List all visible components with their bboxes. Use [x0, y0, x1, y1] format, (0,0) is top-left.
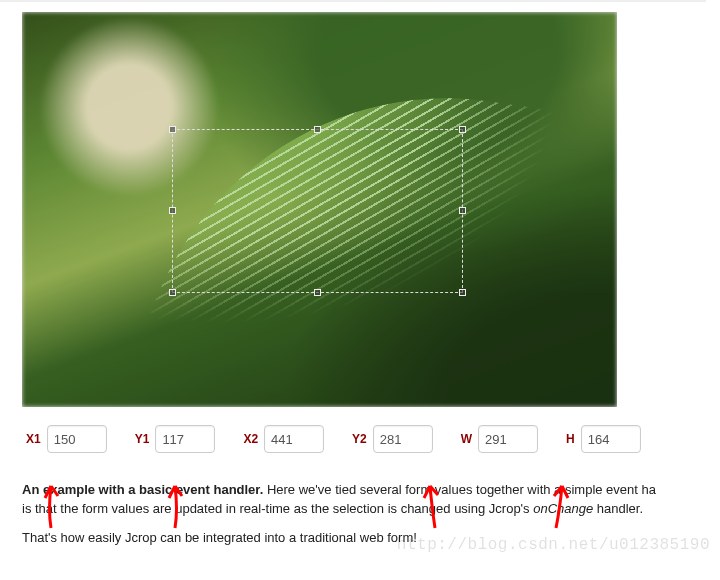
para-line3: That's how easily Jcrop can be integrate…: [22, 530, 417, 545]
handle-w[interactable]: [169, 207, 176, 214]
crop-stage[interactable]: [22, 12, 617, 407]
input-y2[interactable]: [373, 425, 433, 453]
description-paragraph: An example with a basic event handler. H…: [22, 481, 702, 548]
handle-sw[interactable]: [169, 289, 176, 296]
label-h: H: [566, 432, 575, 446]
label-y2: Y2: [352, 432, 367, 446]
top-divider: [0, 0, 706, 2]
input-y1[interactable]: [155, 425, 215, 453]
input-h[interactable]: [581, 425, 641, 453]
handle-e[interactable]: [459, 207, 466, 214]
label-y1: Y1: [135, 432, 150, 446]
handle-se[interactable]: [459, 289, 466, 296]
label-x2: X2: [243, 432, 258, 446]
handle-s[interactable]: [314, 289, 321, 296]
input-x1[interactable]: [47, 425, 107, 453]
handle-n[interactable]: [314, 126, 321, 133]
label-w: W: [461, 432, 472, 446]
para-rest1: Here we've tied several form values toge…: [263, 482, 656, 497]
input-x2[interactable]: [264, 425, 324, 453]
handle-nw[interactable]: [169, 126, 176, 133]
label-x1: X1: [26, 432, 41, 446]
para-onchange: onChange: [533, 501, 593, 516]
para-line2b: handler.: [593, 501, 643, 516]
crop-selection[interactable]: [172, 129, 463, 293]
para-line2a: is that the form values are updated in r…: [22, 501, 533, 516]
coords-row: X1 Y1 X2 Y2 W H: [22, 425, 720, 453]
handle-ne[interactable]: [459, 126, 466, 133]
para-lead: An example with a basic event handler.: [22, 482, 263, 497]
input-w[interactable]: [478, 425, 538, 453]
